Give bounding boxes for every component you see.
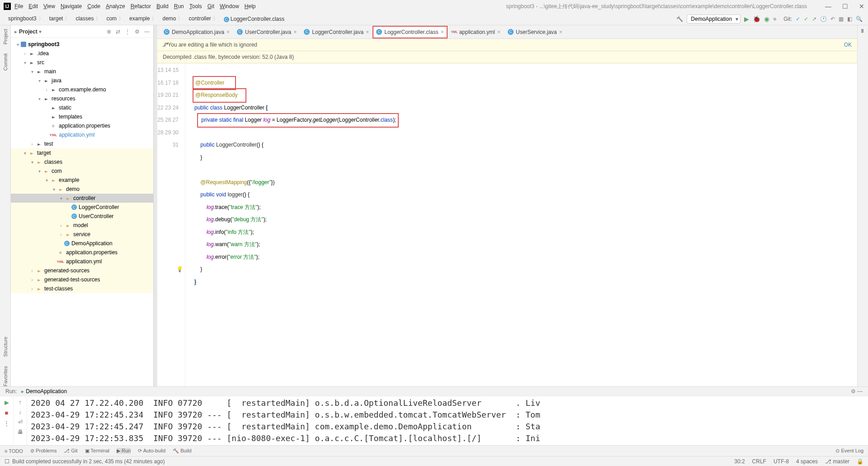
rail-project[interactable]: Project (3, 29, 8, 44)
menu-analyze[interactable]: Analyze (106, 3, 125, 10)
close-tab-icon[interactable]: × (226, 29, 230, 35)
tab-UserController-java[interactable]: CUserController.java× (233, 26, 300, 38)
menu-view[interactable]: View (43, 3, 55, 10)
ide-updates-icon[interactable]: ◧ (847, 16, 852, 22)
tree-target[interactable]: ▾target (11, 148, 153, 157)
stop-icon[interactable]: ■ (773, 16, 776, 22)
up-icon[interactable]: ↑ (19, 399, 22, 405)
menu-file[interactable]: File (14, 3, 23, 10)
close-tab-icon[interactable]: × (559, 29, 562, 35)
run-icon[interactable]: ▶ (744, 15, 749, 23)
close-icon[interactable]: ✕ (859, 3, 864, 10)
tree-model[interactable]: ›model (11, 221, 153, 230)
crumb-5[interactable]: demo (160, 14, 186, 24)
project-tool-label[interactable]: Project (19, 29, 42, 35)
sidebar-scrollbar[interactable] (154, 25, 157, 386)
maximize-icon[interactable]: ☐ (842, 3, 848, 10)
tree-application-yml[interactable]: application.yml (11, 130, 153, 139)
tree-controller[interactable]: ▾controller (11, 194, 153, 203)
down-icon[interactable]: ↓ (19, 409, 22, 415)
tree-resources[interactable]: ▾resources (11, 94, 153, 103)
expand-icon[interactable]: ⇄ (116, 29, 120, 35)
tree-DemoApplication[interactable]: DemoApplication (11, 239, 153, 248)
rail-structure[interactable]: Structure (3, 337, 8, 357)
close-tab-icon[interactable]: × (441, 29, 444, 35)
git-rollback-icon[interactable]: ↶ (830, 16, 835, 22)
rail-favorites[interactable]: Favorites (3, 366, 8, 386)
code-editor[interactable]: 13 14 15 16 17 18 19 20 21 22 23 24 25 2… (157, 63, 857, 386)
tree-classes[interactable]: ▾classes (11, 157, 153, 166)
collapse-icon[interactable]: ⋮ (125, 29, 130, 35)
menu-build[interactable]: Build (156, 3, 169, 10)
menu-navigate[interactable]: Navigate (61, 3, 82, 10)
tree-application-yml[interactable]: application.yml (11, 257, 153, 266)
git-branch[interactable]: ⎇ master (825, 458, 849, 465)
tab-LoggerController-java[interactable]: CLoggerController.java× (300, 26, 373, 38)
run-config-name[interactable]: DemoApplication (26, 388, 67, 395)
git-history-icon[interactable]: 🕐 (820, 16, 827, 22)
git-update-icon[interactable]: ✓ (796, 16, 800, 22)
run-config-combo[interactable]: DemoApplication (687, 14, 741, 24)
tab-UserService-java[interactable]: CUserService.java× (504, 26, 566, 38)
menu-help[interactable]: Help (245, 3, 256, 10)
tool-1[interactable]: ⊘ Problems (30, 448, 57, 454)
search-icon[interactable]: 🔍 (856, 16, 863, 22)
caret-pos[interactable]: 30:2 (734, 458, 745, 465)
tree-templates[interactable]: templates (11, 112, 153, 121)
tree-src[interactable]: ▾src (11, 58, 153, 67)
coverage-icon[interactable]: ◉ (764, 15, 769, 23)
crumb-2[interactable]: classes (73, 14, 104, 24)
tree-example[interactable]: ▾example (11, 176, 153, 185)
crumb-4[interactable]: example (127, 14, 160, 24)
console-output[interactable]: 2020 04 27 17.22.40.200 INFO 07720 [ res… (27, 396, 868, 445)
crumb-1[interactable]: target (47, 14, 73, 24)
line-ending[interactable]: CRLF (752, 458, 766, 465)
tree-application-properties[interactable]: application.properties (11, 121, 153, 130)
tree-java[interactable]: ▾java (11, 76, 153, 85)
print-icon[interactable]: 🖶 (18, 429, 23, 435)
menu-code[interactable]: Code (87, 3, 100, 10)
tab-DemoApplication-java[interactable]: CDemoApplication.java× (160, 26, 233, 38)
tree-static[interactable]: static (11, 103, 153, 112)
tree-generated-sources[interactable]: ›generated-sources (11, 266, 153, 275)
tree-com[interactable]: ▾com (11, 166, 153, 176)
git-push-icon[interactable]: ↗ (812, 16, 816, 22)
code-body[interactable]: @Controller @ResponseBody public class L… (185, 63, 857, 386)
close-tab-icon[interactable]: × (366, 29, 369, 35)
hammer-icon[interactable]: 🔨 (676, 16, 683, 22)
crumb-0[interactable]: springboot3 (5, 14, 47, 24)
minimize-icon[interactable]: — (825, 3, 831, 10)
menu-window[interactable]: Window (220, 3, 239, 10)
tree-test[interactable]: ›test (11, 139, 153, 148)
tool-0[interactable]: ≡ TODO (5, 448, 23, 454)
tree-generated-test-sources[interactable]: ›generated-test-sources (11, 275, 153, 284)
debug-icon[interactable]: 🐞 (753, 15, 760, 23)
locate-icon[interactable]: ⊕ (107, 29, 111, 35)
menu-tools[interactable]: Tools (189, 3, 202, 10)
tree-test-classes[interactable]: ›test-classes (11, 284, 153, 293)
tab-application-yml[interactable]: YMLapplication.yml× (448, 26, 504, 38)
lock-icon[interactable]: 🔒 (857, 458, 863, 465)
crumb-6[interactable]: controller (186, 14, 221, 24)
menu-refactor[interactable]: Refactor (131, 3, 151, 10)
close-tab-icon[interactable]: × (497, 29, 500, 35)
status-icon[interactable]: ☐ (5, 458, 9, 465)
rerun-icon[interactable]: ▶ (5, 399, 9, 406)
tree-service[interactable]: ›service (11, 230, 153, 239)
menu-git[interactable]: Git (208, 3, 214, 10)
encoding[interactable]: UTF-8 (774, 458, 789, 465)
tool-2[interactable]: ⎇ Git (64, 448, 77, 454)
settings-icon[interactable]: ⚙ (135, 29, 140, 35)
stop-run-icon[interactable]: ■ (5, 409, 9, 416)
maven-tool-button[interactable]: m (860, 29, 866, 33)
tree-UserController[interactable]: UserController (11, 212, 153, 221)
event-log[interactable]: ⊙ Event Log (835, 448, 863, 454)
tree-com-example-demo[interactable]: ›com.example.demo (11, 85, 153, 94)
project-tree[interactable]: ▾springboot3›.idea▾src▾main▾java›com.exa… (11, 38, 153, 386)
tool-4[interactable]: ▶ Run (117, 448, 131, 454)
close-tab-icon[interactable]: × (293, 29, 297, 35)
tool-3[interactable]: ▣ Terminal (85, 448, 109, 454)
menu-run[interactable]: Run (174, 3, 184, 10)
tool-5[interactable]: ⟳ Auto-build (138, 448, 165, 454)
hide-icon[interactable]: — (144, 29, 150, 35)
